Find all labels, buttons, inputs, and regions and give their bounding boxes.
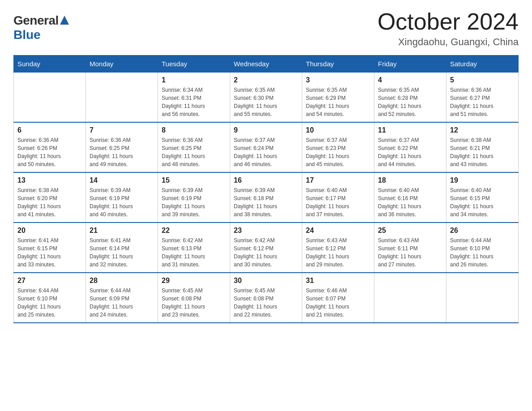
day-number: 21 (90, 227, 154, 235)
day-info: Sunrise: 6:40 AM Sunset: 6:15 PM Dayligh… (450, 186, 515, 218)
day-info: Sunrise: 6:40 AM Sunset: 6:16 PM Dayligh… (378, 186, 442, 218)
day-header-thursday: Thursday (302, 56, 374, 73)
calendar-cell: 15Sunrise: 6:39 AM Sunset: 6:19 PM Dayli… (158, 172, 230, 223)
day-header-sunday: Sunday (14, 56, 86, 73)
calendar-cell: 17Sunrise: 6:40 AM Sunset: 6:17 PM Dayli… (302, 172, 374, 223)
calendar-cell (86, 73, 158, 123)
day-info: Sunrise: 6:37 AM Sunset: 6:24 PM Dayligh… (234, 136, 298, 168)
calendar-cell: 7Sunrise: 6:36 AM Sunset: 6:25 PM Daylig… (86, 122, 158, 172)
day-number: 5 (450, 76, 515, 84)
day-number: 29 (162, 277, 226, 285)
calendar-cell: 24Sunrise: 6:43 AM Sunset: 6:12 PM Dayli… (302, 223, 374, 273)
day-number: 25 (378, 227, 442, 235)
calendar-cell: 16Sunrise: 6:39 AM Sunset: 6:18 PM Dayli… (230, 172, 302, 223)
day-info: Sunrise: 6:34 AM Sunset: 6:31 PM Dayligh… (162, 86, 226, 118)
day-info: Sunrise: 6:44 AM Sunset: 6:10 PM Dayligh… (450, 236, 515, 269)
calendar-cell (446, 273, 519, 323)
day-number: 31 (306, 277, 370, 285)
calendar-cell: 3Sunrise: 6:35 AM Sunset: 6:29 PM Daylig… (302, 73, 374, 123)
day-header-monday: Monday (86, 56, 158, 73)
day-info: Sunrise: 6:42 AM Sunset: 6:13 PM Dayligh… (162, 236, 226, 269)
calendar-cell: 23Sunrise: 6:42 AM Sunset: 6:12 PM Dayli… (230, 223, 302, 273)
calendar-cell: 19Sunrise: 6:40 AM Sunset: 6:15 PM Dayli… (446, 172, 519, 223)
day-info: Sunrise: 6:35 AM Sunset: 6:29 PM Dayligh… (306, 86, 370, 118)
day-number: 19 (450, 176, 515, 184)
calendar-cell: 9Sunrise: 6:37 AM Sunset: 6:24 PM Daylig… (230, 122, 302, 172)
calendar-cell: 22Sunrise: 6:42 AM Sunset: 6:13 PM Dayli… (158, 223, 230, 273)
month-title: October 2024 (378, 9, 519, 34)
calendar-cell: 2Sunrise: 6:35 AM Sunset: 6:30 PM Daylig… (230, 73, 302, 123)
calendar-cell: 11Sunrise: 6:37 AM Sunset: 6:22 PM Dayli… (374, 122, 446, 172)
calendar-cell: 12Sunrise: 6:38 AM Sunset: 6:21 PM Dayli… (446, 122, 519, 172)
calendar-cell: 27Sunrise: 6:44 AM Sunset: 6:10 PM Dayli… (14, 273, 86, 323)
day-info: Sunrise: 6:41 AM Sunset: 6:14 PM Dayligh… (90, 236, 154, 269)
day-info: Sunrise: 6:35 AM Sunset: 6:30 PM Dayligh… (234, 86, 298, 118)
day-info: Sunrise: 6:35 AM Sunset: 6:28 PM Dayligh… (378, 86, 442, 118)
day-number: 28 (90, 277, 154, 285)
calendar-cell: 20Sunrise: 6:41 AM Sunset: 6:15 PM Dayli… (14, 223, 86, 273)
day-info: Sunrise: 6:37 AM Sunset: 6:22 PM Dayligh… (378, 136, 442, 168)
day-number: 24 (306, 227, 370, 235)
day-header-saturday: Saturday (446, 56, 519, 73)
day-number: 18 (378, 176, 442, 184)
day-number: 30 (234, 277, 298, 285)
calendar-cell: 8Sunrise: 6:36 AM Sunset: 6:25 PM Daylig… (158, 122, 230, 172)
day-number: 7 (90, 126, 154, 134)
day-info: Sunrise: 6:40 AM Sunset: 6:17 PM Dayligh… (306, 186, 370, 218)
logo-general-text: General (13, 13, 59, 28)
day-number: 9 (234, 126, 298, 134)
day-info: Sunrise: 6:45 AM Sunset: 6:08 PM Dayligh… (234, 287, 298, 319)
week-row-2: 6Sunrise: 6:36 AM Sunset: 6:26 PM Daylig… (14, 122, 519, 172)
day-info: Sunrise: 6:39 AM Sunset: 6:18 PM Dayligh… (234, 186, 298, 218)
day-number: 23 (234, 227, 298, 235)
calendar-cell: 6Sunrise: 6:36 AM Sunset: 6:26 PM Daylig… (14, 122, 86, 172)
day-number: 17 (306, 176, 370, 184)
calendar-cell: 1Sunrise: 6:34 AM Sunset: 6:31 PM Daylig… (158, 73, 230, 123)
day-info: Sunrise: 6:43 AM Sunset: 6:12 PM Dayligh… (306, 236, 370, 269)
calendar-cell: 13Sunrise: 6:38 AM Sunset: 6:20 PM Dayli… (14, 172, 86, 223)
day-info: Sunrise: 6:43 AM Sunset: 6:11 PM Dayligh… (378, 236, 442, 269)
calendar-cell: 31Sunrise: 6:46 AM Sunset: 6:07 PM Dayli… (302, 273, 374, 323)
day-info: Sunrise: 6:36 AM Sunset: 6:26 PM Dayligh… (17, 136, 82, 168)
day-number: 6 (17, 126, 82, 134)
title-area: October 2024 Xingdaohu, Guangxi, China (378, 9, 519, 48)
week-row-1: 1Sunrise: 6:34 AM Sunset: 6:31 PM Daylig… (14, 73, 519, 123)
day-number: 3 (306, 76, 370, 84)
calendar-cell: 14Sunrise: 6:39 AM Sunset: 6:19 PM Dayli… (86, 172, 158, 223)
day-number: 22 (162, 227, 226, 235)
calendar-header-row: SundayMondayTuesdayWednesdayThursdayFrid… (14, 56, 519, 73)
calendar-table: SundayMondayTuesdayWednesdayThursdayFrid… (13, 55, 519, 323)
logo-blue-text: Blue (13, 28, 41, 42)
day-number: 4 (378, 76, 442, 84)
day-number: 14 (90, 176, 154, 184)
day-header-friday: Friday (374, 56, 446, 73)
week-row-4: 20Sunrise: 6:41 AM Sunset: 6:15 PM Dayli… (14, 223, 519, 273)
calendar-cell (14, 73, 86, 123)
day-header-wednesday: Wednesday (230, 56, 302, 73)
logo: General Blue (13, 13, 70, 42)
header: General Blue October 2024 Xingdaohu, Gua… (13, 9, 519, 48)
day-info: Sunrise: 6:38 AM Sunset: 6:21 PM Dayligh… (450, 136, 515, 168)
calendar-cell: 25Sunrise: 6:43 AM Sunset: 6:11 PM Dayli… (374, 223, 446, 273)
day-info: Sunrise: 6:46 AM Sunset: 6:07 PM Dayligh… (306, 287, 370, 319)
day-info: Sunrise: 6:45 AM Sunset: 6:08 PM Dayligh… (162, 287, 226, 319)
day-info: Sunrise: 6:36 AM Sunset: 6:25 PM Dayligh… (90, 136, 154, 168)
day-number: 12 (450, 126, 515, 134)
calendar-cell: 10Sunrise: 6:37 AM Sunset: 6:23 PM Dayli… (302, 122, 374, 172)
calendar-cell: 26Sunrise: 6:44 AM Sunset: 6:10 PM Dayli… (446, 223, 519, 273)
calendar-cell: 21Sunrise: 6:41 AM Sunset: 6:14 PM Dayli… (86, 223, 158, 273)
day-header-tuesday: Tuesday (158, 56, 230, 73)
logo-triangle-icon (60, 16, 69, 25)
day-number: 27 (17, 277, 82, 285)
calendar-cell: 5Sunrise: 6:36 AM Sunset: 6:27 PM Daylig… (446, 73, 519, 123)
day-info: Sunrise: 6:39 AM Sunset: 6:19 PM Dayligh… (90, 186, 154, 218)
day-info: Sunrise: 6:44 AM Sunset: 6:10 PM Dayligh… (17, 287, 82, 319)
day-info: Sunrise: 6:36 AM Sunset: 6:25 PM Dayligh… (162, 136, 226, 168)
week-row-3: 13Sunrise: 6:38 AM Sunset: 6:20 PM Dayli… (14, 172, 519, 223)
day-number: 26 (450, 227, 515, 235)
day-info: Sunrise: 6:41 AM Sunset: 6:15 PM Dayligh… (17, 236, 82, 269)
calendar-cell: 4Sunrise: 6:35 AM Sunset: 6:28 PM Daylig… (374, 73, 446, 123)
day-info: Sunrise: 6:42 AM Sunset: 6:12 PM Dayligh… (234, 236, 298, 269)
calendar-cell: 18Sunrise: 6:40 AM Sunset: 6:16 PM Dayli… (374, 172, 446, 223)
day-number: 20 (17, 227, 82, 235)
